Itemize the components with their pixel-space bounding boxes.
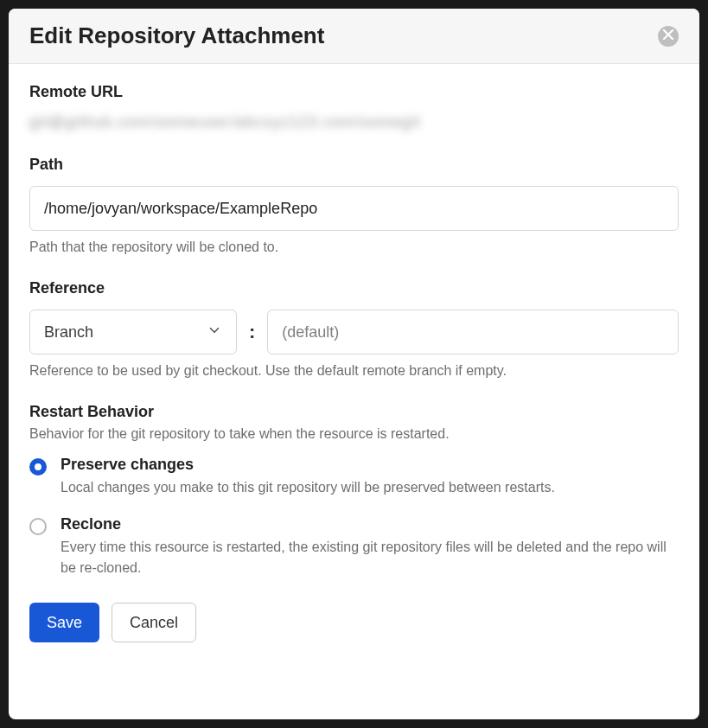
radio-indicator-preserve (29, 458, 47, 476)
reference-value-input[interactable] (267, 310, 679, 354)
save-button[interactable]: Save (29, 603, 99, 642)
modal-actions: Save Cancel (29, 603, 679, 642)
remote-url-label: Remote URL (29, 83, 679, 101)
modal-title: Edit Repository Attachment (29, 22, 324, 49)
reference-label: Reference (29, 279, 679, 297)
reference-colon: : (249, 321, 255, 343)
chevron-down-icon (207, 322, 222, 342)
remote-url-group: Remote URL git@github.com/someuser/abcxy… (29, 83, 679, 131)
reference-hint: Reference to be used by git checkout. Us… (29, 363, 679, 379)
path-input[interactable] (29, 186, 679, 231)
radio-indicator-reclone (29, 518, 47, 535)
close-button[interactable] (658, 26, 679, 47)
reference-row: Branch : (29, 310, 679, 354)
radio-desc-reclone: Every time this resource is restarted, t… (61, 537, 679, 578)
radio-preserve-changes[interactable]: Preserve changes Local changes you make … (29, 456, 679, 498)
edit-repo-attachment-modal: Edit Repository Attachment Remote URL gi… (9, 9, 699, 719)
path-label: Path (29, 156, 679, 174)
modal-body: Remote URL git@github.com/someuser/abcxy… (9, 64, 699, 719)
close-icon (663, 29, 673, 42)
modal-header: Edit Repository Attachment (9, 9, 699, 64)
radio-text-preserve: Preserve changes Local changes you make … (61, 456, 679, 498)
radio-title-reclone: Reclone (61, 515, 679, 533)
cancel-button[interactable]: Cancel (112, 603, 196, 642)
reference-type-select[interactable]: Branch (29, 310, 237, 354)
restart-behavior-group: Restart Behavior Behavior for the git re… (29, 403, 679, 578)
restart-behavior-hint: Behavior for the git repository to take … (29, 426, 679, 442)
remote-url-value: git@github.com/someuser/abcxyz123.com/so… (29, 113, 679, 131)
path-group: Path Path that the repository will be cl… (29, 156, 679, 255)
radio-text-reclone: Reclone Every time this resource is rest… (61, 515, 679, 578)
restart-behavior-label: Restart Behavior (29, 403, 679, 421)
radio-desc-preserve: Local changes you make to this git repos… (61, 477, 679, 498)
reference-type-value: Branch (44, 323, 93, 342)
path-hint: Path that the repository will be cloned … (29, 239, 679, 255)
reference-group: Reference Branch : Reference to be used … (29, 279, 679, 379)
radio-reclone[interactable]: Reclone Every time this resource is rest… (29, 515, 679, 578)
radio-title-preserve: Preserve changes (61, 456, 679, 474)
